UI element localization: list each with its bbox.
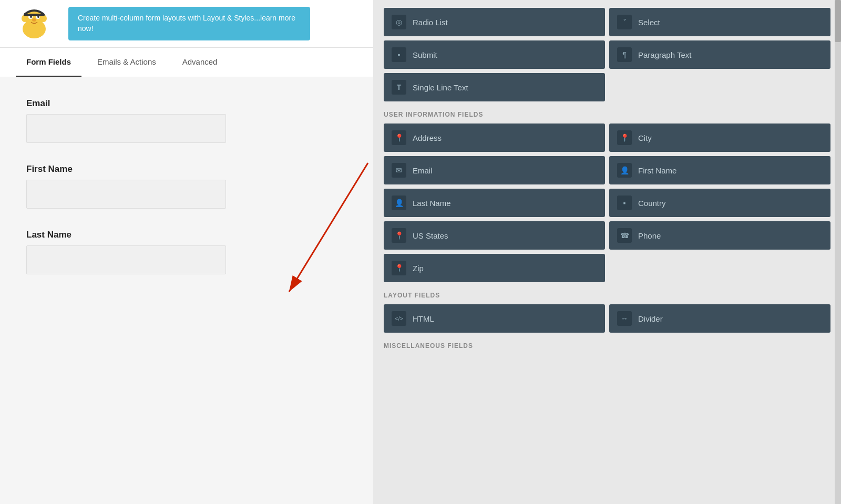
left-panel: Create multi-column form layouts with La… bbox=[0, 0, 373, 504]
last-name-field-button[interactable]: 👤 Last Name bbox=[384, 189, 605, 217]
user-info-section-label: USER INFORMATION FIELDS bbox=[384, 111, 830, 118]
last-name-label: Last Name bbox=[26, 230, 347, 240]
tab-emails-actions[interactable]: Emails & Actions bbox=[87, 48, 167, 77]
svg-point-6 bbox=[30, 16, 32, 18]
user-info-grid: 📍 Address 📍 City ✉ Email 👤 First Name 👤 … bbox=[384, 124, 830, 250]
submit-button[interactable]: ▪ Submit bbox=[384, 40, 605, 69]
svg-point-3 bbox=[40, 15, 47, 22]
single-line-row: T Single Line Text bbox=[384, 73, 830, 101]
address-button[interactable]: 📍 Address bbox=[384, 124, 605, 152]
divider-icon: ↔ bbox=[617, 311, 632, 326]
scrollbar-thumb[interactable] bbox=[835, 0, 841, 42]
us-states-button[interactable]: 📍 US States bbox=[384, 221, 605, 250]
misc-section-label: MISCELLANEOUS FIELDS bbox=[384, 342, 830, 349]
paragraph-text-button[interactable]: ¶ Paragraph Text bbox=[609, 40, 830, 69]
layout-section-label: LAYOUT FIELDS bbox=[384, 292, 830, 299]
last-name-field-group: Last Name bbox=[26, 230, 347, 274]
svg-point-7 bbox=[37, 16, 39, 18]
last-name-icon: 👤 bbox=[392, 196, 406, 210]
first-name-label: First Name bbox=[26, 164, 347, 174]
logo bbox=[11, 5, 58, 42]
notification-text: Create multi-column form layouts with La… bbox=[78, 14, 295, 33]
logo-icon bbox=[13, 7, 55, 40]
scrollbar-track[interactable] bbox=[835, 0, 841, 504]
right-panel: ◎ Radio List ˅ Select ▪ Submit ¶ Paragra… bbox=[373, 0, 841, 504]
phone-icon: ☎ bbox=[617, 228, 632, 243]
phone-button[interactable]: ☎ Phone bbox=[609, 221, 830, 250]
first-name-field-button[interactable]: 👤 First Name bbox=[609, 156, 830, 184]
us-states-icon: 📍 bbox=[392, 228, 406, 243]
svg-point-2 bbox=[22, 15, 28, 22]
first-name-field-group: First Name bbox=[26, 164, 347, 209]
layout-grid: </> HTML ↔ Divider bbox=[384, 304, 830, 333]
last-name-input[interactable] bbox=[26, 245, 226, 274]
country-icon: ▪ bbox=[617, 196, 632, 210]
select-icon: ˅ bbox=[617, 15, 632, 29]
paragraph-icon: ¶ bbox=[617, 47, 632, 62]
zip-button[interactable]: 📍 Zip bbox=[384, 254, 605, 282]
tabs-bar: Form Fields Emails & Actions Advanced bbox=[0, 48, 373, 77]
address-icon: 📍 bbox=[392, 130, 406, 145]
form-canvas: Email First Name Last Name bbox=[0, 77, 373, 504]
html-button[interactable]: </> HTML bbox=[384, 304, 605, 333]
first-name-input[interactable] bbox=[26, 180, 226, 209]
email-icon: ✉ bbox=[392, 163, 406, 178]
zip-icon: 📍 bbox=[392, 261, 406, 275]
select-button[interactable]: ˅ Select bbox=[609, 8, 830, 36]
email-input[interactable] bbox=[26, 114, 226, 143]
city-icon: 📍 bbox=[617, 130, 632, 145]
city-button[interactable]: 📍 City bbox=[609, 124, 830, 152]
html-icon: </> bbox=[392, 311, 406, 326]
notification-banner[interactable]: Create multi-column form layouts with La… bbox=[68, 7, 310, 40]
standard-fields-grid: ◎ Radio List ˅ Select ▪ Submit ¶ Paragra… bbox=[384, 8, 830, 69]
country-button[interactable]: ▪ Country bbox=[609, 189, 830, 217]
text-icon: T bbox=[392, 80, 406, 95]
radio-list-icon: ◎ bbox=[392, 15, 406, 29]
header-bar: Create multi-column form layouts with La… bbox=[0, 0, 373, 48]
tab-advanced[interactable]: Advanced bbox=[172, 48, 228, 77]
tab-form-fields[interactable]: Form Fields bbox=[16, 48, 81, 77]
zip-row: 📍 Zip bbox=[384, 254, 830, 282]
email-field-group: Email bbox=[26, 98, 347, 143]
divider-button[interactable]: ↔ Divider bbox=[609, 304, 830, 333]
svg-point-8 bbox=[32, 18, 36, 22]
submit-icon: ▪ bbox=[392, 47, 406, 62]
single-line-text-button[interactable]: T Single Line Text bbox=[384, 73, 605, 101]
radio-list-button[interactable]: ◎ Radio List bbox=[384, 8, 605, 36]
first-name-icon: 👤 bbox=[617, 163, 632, 178]
email-field-button[interactable]: ✉ Email bbox=[384, 156, 605, 184]
email-label: Email bbox=[26, 98, 347, 109]
svg-rect-9 bbox=[24, 14, 45, 16]
